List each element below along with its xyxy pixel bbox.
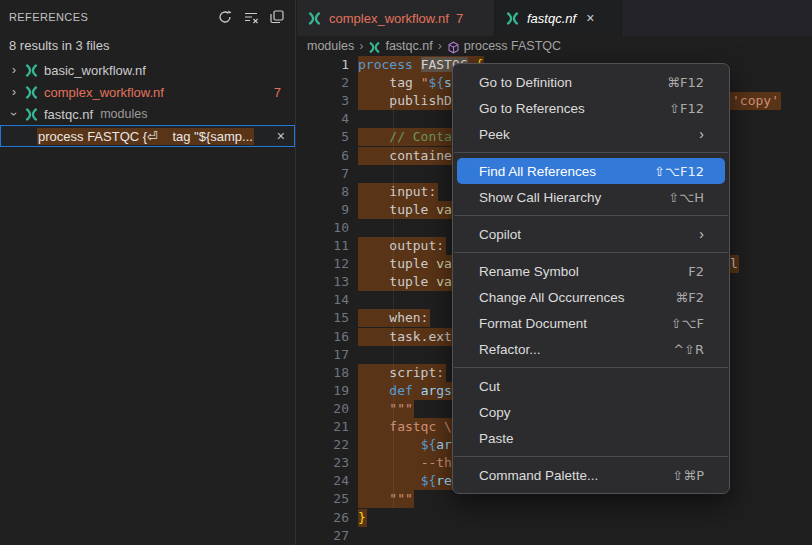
refresh-icon[interactable] <box>217 9 233 25</box>
indent-guide <box>393 74 394 508</box>
code-text-fragment: l <box>730 255 738 273</box>
line-number: 25 <box>297 490 349 508</box>
tree-file-row-basic_workflow-nf[interactable]: ›basic_workflow.nf <box>0 59 295 81</box>
code-text: tuple va <box>358 255 452 273</box>
menu-item-label: Go to Definition <box>479 75 667 90</box>
menu-item-shortcut: F2 <box>688 264 704 279</box>
menu-separator <box>454 367 728 368</box>
code-text: input: <box>358 183 436 201</box>
menu-item-shortcut: ⇧⌥H <box>668 190 704 205</box>
line-number: 10 <box>297 219 349 237</box>
menu-item-paste[interactable]: Paste <box>457 425 725 451</box>
line-number: 20 <box>297 400 349 418</box>
line-number: 19 <box>297 382 349 400</box>
tree-file-row-fastqc-nf[interactable]: ›fastqc.nfmodules <box>0 103 295 125</box>
chevron-right-icon: › <box>438 39 442 53</box>
file-name: fastqc.nf <box>44 107 93 122</box>
chevron-right-icon: › <box>359 39 363 53</box>
code-text: tag "${s <box>358 74 452 92</box>
menu-item-show-call-hierarchy[interactable]: Show Call Hierarchy⇧⌥H <box>457 184 725 210</box>
code-line-27[interactable]: 27 <box>297 527 812 545</box>
menu-item-command-palette[interactable]: Command Palette...⇧⌘P <box>457 462 725 488</box>
menu-item-shortcut: ^⇧R <box>673 342 704 357</box>
code-text: script: <box>358 364 444 382</box>
tree-file-row-complex_workflow-nf[interactable]: ›complex_workflow.nf7 <box>0 81 295 103</box>
code-text: } <box>358 509 366 527</box>
menu-item-label: Command Palette... <box>479 468 672 483</box>
menu-item-rename-symbol[interactable]: Rename SymbolF2 <box>457 258 725 284</box>
chevron-down-icon[interactable]: › <box>6 107 22 121</box>
menu-item-shortcut: ⇧⌥F <box>671 316 704 331</box>
copy-icon[interactable] <box>269 9 285 25</box>
tab-complex-workflow[interactable]: complex_workflow.nf 7 <box>297 0 495 36</box>
menu-item-find-all-references[interactable]: Find All References⇧⌥F12 <box>457 158 725 184</box>
line-number: 1 <box>297 56 349 74</box>
tab-close-icon[interactable]: × <box>586 10 594 26</box>
line-number: 22 <box>297 436 349 454</box>
code-text: """ <box>358 490 413 508</box>
menu-item-cut[interactable]: Cut <box>457 373 725 399</box>
nextflow-file-icon <box>368 41 381 54</box>
menu-item-shortcut: ⌘F2 <box>675 290 704 305</box>
code-text: tuple va <box>358 201 452 219</box>
menu-separator <box>454 456 728 457</box>
line-number: 4 <box>297 110 349 128</box>
panel-title: REFERENCES <box>9 11 217 23</box>
breadcrumb-symbol[interactable]: process FASTQC <box>464 39 561 53</box>
chevron-right-icon[interactable]: › <box>6 85 22 99</box>
reference-match-row[interactable]: process FASTQC {⏎ tag "${samp...× <box>0 125 295 147</box>
menu-item-change-all-occurrences[interactable]: Change All Occurrences⌘F2 <box>457 284 725 310</box>
code-text: fastqc \ <box>358 418 452 436</box>
line-number: 18 <box>297 364 349 382</box>
code-text: // Conta <box>358 128 452 146</box>
line-number: 5 <box>297 128 349 146</box>
code-text: --th <box>358 454 452 472</box>
breadcrumb: modules › fastqc.nf › process FASTQC <box>297 36 812 56</box>
menu-item-label: Cut <box>479 379 704 394</box>
menu-item-go-to-references[interactable]: Go to References⇧F12 <box>457 95 725 121</box>
references-panel: REFERENCES 8 results in 3 files ›basic_w… <box>0 0 296 545</box>
line-number: 3 <box>297 92 349 110</box>
line-number: 6 <box>297 147 349 165</box>
nextflow-file-icon <box>505 11 520 26</box>
breadcrumb-file[interactable]: fastqc.nf <box>385 39 432 53</box>
nextflow-file-icon <box>24 63 39 78</box>
menu-item-label: Copilot <box>479 227 699 242</box>
panel-actions <box>217 9 285 25</box>
menu-item-format-document[interactable]: Format Document⇧⌥F <box>457 310 725 336</box>
match-snippet: process FASTQC {⏎ tag "${samp... <box>37 128 254 145</box>
menu-separator <box>454 152 728 153</box>
menu-item-label: Peek <box>479 127 699 142</box>
line-number: 15 <box>297 309 349 327</box>
nextflow-file-icon <box>24 107 39 122</box>
menu-item-copy[interactable]: Copy <box>457 399 725 425</box>
breadcrumb-folder[interactable]: modules <box>307 39 354 53</box>
chevron-right-icon[interactable]: › <box>6 63 22 77</box>
code-line-26[interactable]: 26} <box>297 509 812 527</box>
clear-all-icon[interactable] <box>243 9 259 25</box>
code-text: output: <box>358 237 444 255</box>
file-name: complex_workflow.nf <box>44 85 164 100</box>
vscode-window: REFERENCES 8 results in 3 files ›basic_w… <box>0 0 812 545</box>
menu-item-shortcut: ⇧⌘P <box>672 468 704 483</box>
submenu-chevron-icon: › <box>699 226 704 242</box>
line-number: 26 <box>297 509 349 527</box>
line-number: 2 <box>297 74 349 92</box>
menu-separator <box>454 252 728 253</box>
symbol-module-icon <box>447 41 460 54</box>
menu-item-refactor[interactable]: Refactor...^⇧R <box>457 336 725 362</box>
result-count-badge: 7 <box>274 85 281 100</box>
menu-item-go-to-definition[interactable]: Go to Definition⌘F12 <box>457 69 725 95</box>
tab-fastqc[interactable]: fastqc.nf × <box>495 0 622 36</box>
line-number: 8 <box>297 183 349 201</box>
menu-item-peek[interactable]: Peek› <box>457 121 725 147</box>
menu-item-shortcut: ⇧F12 <box>669 101 704 116</box>
code-text: """ <box>358 400 413 418</box>
menu-item-copilot[interactable]: Copilot› <box>457 221 725 247</box>
references-tree: ›basic_workflow.nf›complex_workflow.nf7›… <box>0 59 295 147</box>
submenu-chevron-icon: › <box>699 126 704 142</box>
dismiss-icon[interactable]: × <box>277 128 285 144</box>
editor-context-menu: Go to Definition⌘F12Go to References⇧F12… <box>452 63 730 494</box>
tab-label: complex_workflow.nf <box>329 11 449 26</box>
file-name: basic_workflow.nf <box>44 63 146 78</box>
